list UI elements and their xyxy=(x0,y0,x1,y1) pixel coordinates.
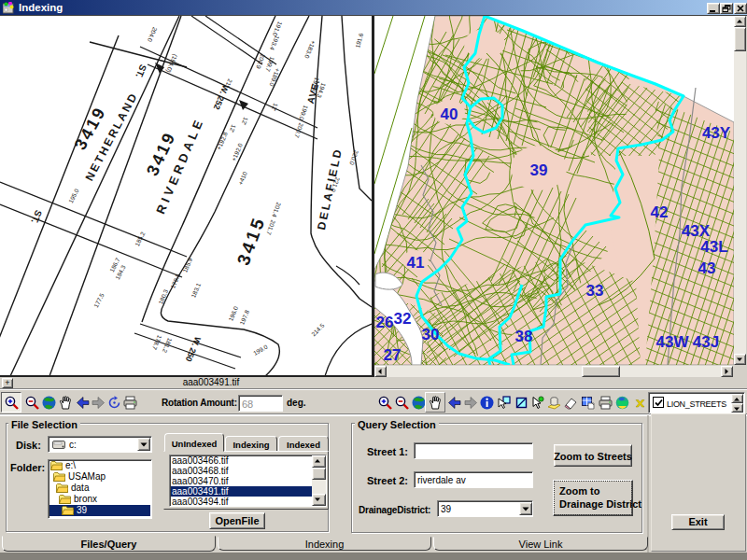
svg-text:183.1: 183.1 xyxy=(190,282,202,299)
svg-text:214.5: 214.5 xyxy=(310,322,326,338)
svg-text:43J: 43J xyxy=(693,333,719,351)
svg-text:195.0: 195.0 xyxy=(67,188,80,204)
svg-text:179.5: 179.5 xyxy=(169,273,181,289)
svg-text:DELAFIELD: DELAFIELD xyxy=(315,147,345,231)
svg-text:26: 26 xyxy=(376,314,394,331)
svg-text:+410: +410 xyxy=(237,171,248,187)
svg-text:ST.: ST. xyxy=(134,63,148,80)
svg-text:199.0: 199.0 xyxy=(298,105,309,121)
svg-text:43W: 43W xyxy=(656,333,690,351)
svg-text:178.7: 178.7 xyxy=(151,334,163,351)
svg-text:220.0: 220.0 xyxy=(348,149,359,166)
svg-text:27: 27 xyxy=(384,346,402,364)
svg-text:41: 41 xyxy=(407,254,425,272)
svg-text:196.0: 196.0 xyxy=(227,305,239,322)
svg-text:197.8: 197.8 xyxy=(238,309,250,326)
svg-text:30: 30 xyxy=(422,326,440,343)
svg-text:38: 38 xyxy=(515,328,533,345)
svg-text:42: 42 xyxy=(651,203,669,221)
svg-text:3415: 3415 xyxy=(233,214,269,268)
svg-text:177.5: 177.5 xyxy=(92,292,106,309)
svg-text:+183.0: +183.0 xyxy=(303,39,317,60)
svg-text:185.9: 185.9 xyxy=(181,257,193,273)
svg-text:+192.8: +192.8 xyxy=(216,131,229,151)
svg-text:193.4: 193.4 xyxy=(269,35,281,51)
svg-text:33: 33 xyxy=(586,282,604,300)
svg-text:43Y: 43Y xyxy=(702,124,731,142)
svg-text:12': 12' xyxy=(229,124,237,133)
svg-text:43: 43 xyxy=(698,259,716,277)
svg-text:40: 40 xyxy=(441,105,458,123)
svg-text:39: 39 xyxy=(530,161,548,179)
svg-text:191.6: 191.6 xyxy=(354,32,364,49)
svg-text:204.0: 204.0 xyxy=(147,26,159,43)
svg-text:ST.: ST. xyxy=(29,209,44,226)
svg-text:32: 32 xyxy=(394,310,412,328)
svg-text:W. 252: W. 252 xyxy=(212,83,231,111)
svg-text:+192.0: +192.0 xyxy=(231,142,244,162)
svg-text:200.7: 200.7 xyxy=(293,122,304,139)
svg-text:199.0: 199.0 xyxy=(252,343,269,357)
svg-text:12': 12' xyxy=(271,103,279,112)
svg-text:201.4: 201.4 xyxy=(271,202,282,218)
svg-text:12': 12' xyxy=(241,117,249,126)
svg-text:185.2: 185.2 xyxy=(134,231,146,247)
svg-text:181.2: 181.2 xyxy=(162,337,174,354)
svg-text:43L: 43L xyxy=(700,238,727,256)
